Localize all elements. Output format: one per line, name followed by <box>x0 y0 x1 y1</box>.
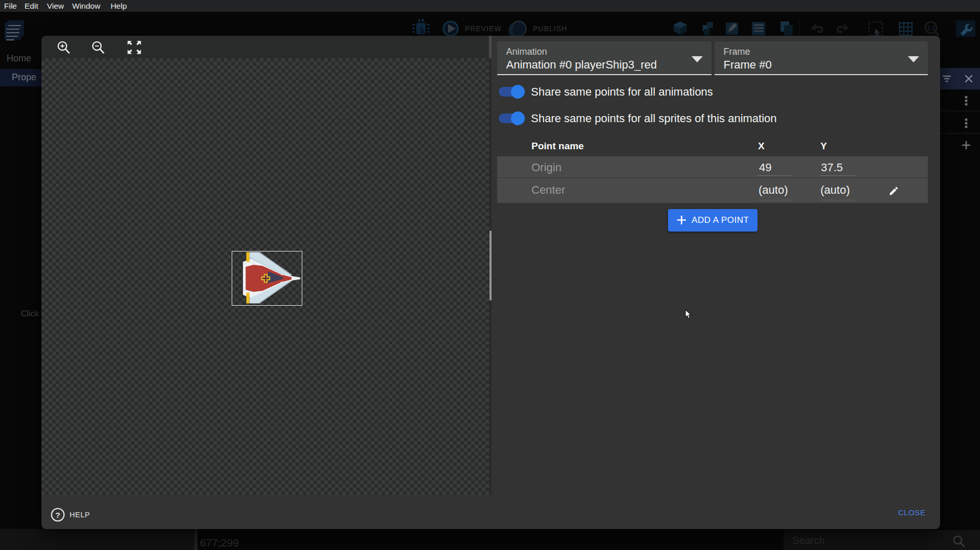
svg-text:PUBLISH: PUBLISH <box>533 25 567 33</box>
svg-text:?: ? <box>55 510 60 519</box>
svg-text:PREVIEW: PREVIEW <box>465 25 502 33</box>
svg-text:1:1: 1:1 <box>927 25 935 31</box>
